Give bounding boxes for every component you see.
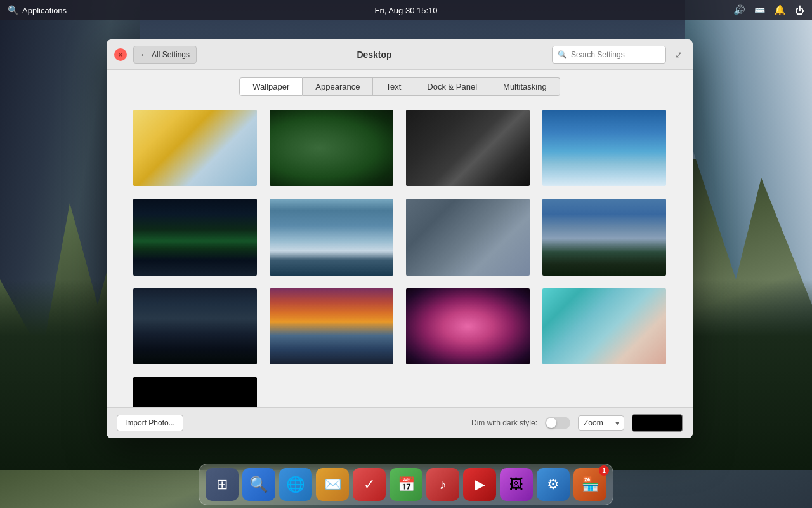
mail-icon: ✉️ — [324, 476, 341, 493]
wallpaper-thumbnail — [270, 288, 393, 364]
photo-viewer-icon: 🖼 — [509, 476, 523, 493]
dock-item-video[interactable]: ▶ — [463, 468, 496, 501]
wallpaper-item[interactable] — [541, 287, 667, 366]
dialog-footer: Import Photo... Dim with dark style: Zoo… — [107, 407, 693, 438]
dock-item-music[interactable]: ♪ — [426, 468, 459, 501]
wallpaper-item[interactable] — [541, 197, 667, 276]
music-icon: ♪ — [440, 476, 447, 493]
applications-label[interactable]: Applications — [22, 6, 67, 15]
wallpaper-thumbnail — [406, 199, 530, 275]
dock-item-system-settings[interactable]: ⚙ — [537, 468, 570, 501]
dock-item-file-search[interactable]: 🔍 — [242, 468, 275, 501]
wallpaper-item[interactable] — [268, 109, 395, 187]
top-bar-center: Fri, Aug 30 15:10 — [374, 6, 437, 15]
wallpaper-item[interactable] — [541, 109, 667, 187]
notification-icon[interactable]: 🔔 — [774, 4, 786, 16]
wallpaper-thumbnail — [542, 199, 666, 275]
dialog-header: × ← All Settings Desktop 🔍 ⤢ — [107, 39, 693, 70]
import-photo-button[interactable]: Import Photo... — [117, 415, 183, 431]
wallpaper-thumbnail — [406, 110, 530, 186]
dock-item-photo-viewer[interactable]: 🖼 — [500, 468, 533, 501]
wallpaper-item[interactable] — [132, 287, 258, 366]
dock-item-tasks[interactable]: ✓ — [353, 468, 386, 501]
wallpaper-item[interactable] — [268, 197, 395, 276]
wallpaper-thumbnail — [133, 377, 257, 407]
tab-text[interactable]: Text — [373, 77, 414, 96]
search-icon: 🔍 — [8, 5, 18, 15]
back-arrow-icon: ← — [140, 50, 148, 59]
power-icon[interactable]: ⏻ — [795, 5, 804, 16]
wallpaper-item[interactable] — [405, 287, 531, 366]
zoom-select[interactable]: Zoom Stretch Center Tile Scale — [578, 415, 624, 431]
top-bar-left: 🔍 Applications — [8, 5, 67, 15]
tasks-icon: ✓ — [363, 476, 375, 493]
close-icon: × — [119, 51, 122, 58]
dock-item-app-store[interactable]: 🏪 1 — [573, 468, 606, 501]
back-button[interactable]: ← All Settings — [133, 46, 197, 64]
wallpaper-item[interactable] — [268, 287, 395, 366]
wallpaper-item[interactable] — [405, 109, 531, 187]
zoom-wrapper: Zoom Stretch Center Tile Scale ▼ — [578, 415, 624, 431]
wallpaper-thumbnail — [406, 288, 530, 364]
dock-item-calendar[interactable]: 📅 — [390, 468, 422, 501]
maximize-icon: ⤢ — [675, 50, 683, 60]
wallpaper-item[interactable] — [132, 197, 258, 276]
dim-toggle[interactable] — [545, 417, 570, 429]
browser-icon: 🌐 — [286, 476, 305, 493]
close-button[interactable]: × — [114, 48, 127, 61]
wallpaper-thumbnail — [133, 110, 257, 186]
video-icon: ▶ — [475, 476, 485, 493]
wallpaper-content — [107, 101, 693, 407]
wallpaper-thumbnail — [133, 199, 257, 275]
search-box[interactable]: 🔍 — [552, 46, 666, 64]
calendar-icon: 📅 — [398, 476, 415, 493]
wallpaper-thumbnail — [270, 199, 393, 275]
tab-wallpaper[interactable]: Wallpaper — [239, 77, 303, 96]
search-input[interactable] — [571, 50, 660, 59]
wallpaper-thumbnail — [270, 110, 393, 186]
color-swatch[interactable] — [632, 414, 683, 432]
tab-appearance[interactable]: Appearance — [303, 77, 373, 96]
tab-multitasking[interactable]: Multitasking — [490, 77, 560, 96]
file-search-icon: 🔍 — [249, 476, 268, 493]
tab-dock-panel[interactable]: Dock & Panel — [414, 77, 490, 96]
keyboard-icon[interactable]: ⌨️ — [754, 5, 765, 15]
top-bar-right: 🔊 ⌨️ 🔔 ⏻ — [733, 4, 804, 16]
datetime-label: Fri, Aug 30 15:10 — [374, 6, 437, 15]
top-bar: 🔍 Applications Fri, Aug 30 15:10 🔊 ⌨️ 🔔 … — [0, 0, 812, 20]
wallpaper-thumbnail — [542, 110, 666, 186]
multitasking-icon: ⊞ — [216, 476, 228, 493]
wallpaper-thumbnail — [542, 288, 666, 364]
wallpaper-item[interactable] — [132, 109, 258, 187]
tabs-bar: Wallpaper Appearance Text Dock & Panel M… — [107, 70, 693, 101]
wallpaper-item[interactable] — [405, 197, 531, 276]
wallpaper-grid — [132, 109, 667, 407]
volume-icon[interactable]: 🔊 — [733, 4, 745, 16]
dim-label: Dim with dark style: — [471, 418, 537, 427]
back-label: All Settings — [152, 50, 190, 59]
wallpaper-thumbnail — [133, 288, 257, 364]
dock: ⊞ 🔍 🌐 ✉️ ✓ 📅 ♪ ▶ 🖼 ⚙ 🏪 1 — [199, 464, 613, 505]
dock-item-browser[interactable]: 🌐 — [279, 468, 312, 501]
dock-item-mail[interactable]: ✉️ — [316, 468, 349, 501]
system-settings-icon: ⚙ — [547, 476, 560, 493]
wallpaper-item[interactable] — [132, 376, 258, 407]
app-store-icon: 🏪 — [582, 476, 599, 493]
maximize-button[interactable]: ⤢ — [672, 48, 685, 61]
search-input-icon: 🔍 — [558, 50, 567, 59]
dock-item-multitasking[interactable]: ⊞ — [206, 468, 239, 501]
dialog-title: Desktop — [197, 50, 552, 60]
toggle-knob — [546, 418, 556, 428]
import-label: Import Photo... — [125, 418, 175, 427]
settings-dialog: × ← All Settings Desktop 🔍 ⤢ Wallpaper A… — [107, 39, 693, 438]
app-store-badge: 1 — [599, 465, 609, 476]
